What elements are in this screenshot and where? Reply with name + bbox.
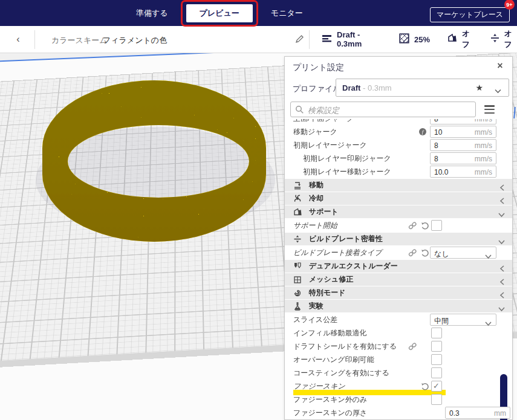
setting-row[interactable]: スライス公差中間 [285,313,512,326]
marketplace-button[interactable]: マーケットプレース [430,7,510,22]
pencil-icon[interactable] [295,34,304,46]
setting-label: 移動ジャーク [293,127,337,137]
close-icon[interactable]: × [494,60,506,73]
profile-summary-text: Draft - 0.3mm [337,30,377,48]
check-icon: ✓ [433,381,440,390]
revert-icon[interactable] [421,382,429,393]
checkbox[interactable]: ✓ [431,381,442,392]
profile-dropdown[interactable]: Draft - 0.3mm ★ [336,79,509,97]
link-icon[interactable] [408,342,417,353]
setting-row[interactable]: 初期レイヤージャーク8mm/s [285,138,512,152]
checkbox[interactable] [431,341,442,352]
search-icon [295,105,304,117]
preview-toolbar: ‹ カラースキーム フィラメントの色 Draft - 0.3mm 25% オフ … [0,26,517,53]
layer-height-icon [322,34,332,45]
adhesion-icon [293,234,302,246]
setting-row[interactable]: ビルドプレート接着タイプなし [285,246,512,259]
setting-row[interactable]: 上面/下面ジャーク8mm/s [285,119,512,125]
tab-monitor[interactable]: モニター [271,8,303,19]
dropdown-field[interactable]: なし [430,247,496,259]
category-row[interactable]: ビルドプレート密着性 [285,233,512,245]
cooling-icon [293,194,302,205]
value-field[interactable]: 8mm/s [430,152,496,164]
setting-label: コースティングを有効にする [293,368,389,378]
category-row[interactable]: 移動 [285,179,512,192]
profile-suffix: - 0.3mm [360,83,391,92]
category-row[interactable]: 実験 [285,300,512,312]
model-fuzzy-ring[interactable] [33,74,281,262]
setting-row[interactable]: オーバーハング印刷可能 [285,353,512,366]
revert-icon[interactable] [421,248,429,259]
settings-list[interactable]: 上面/下面ジャーク8mm/s移動ジャークf10mm/s初期レイヤージャーク8mm… [285,119,512,419]
value-field[interactable]: 8mm/s [430,139,496,151]
category-label: ビルドプレート密着性 [309,234,383,244]
chevron-down-icon [485,318,492,329]
setting-label: サポート開始 [293,221,337,231]
tab-prepare[interactable]: 準備する [136,8,168,19]
value-field[interactable]: 8mm/s [430,119,496,124]
category-row[interactable]: 冷却 [285,192,512,205]
setting-label: 上面/下面ジャーク [293,119,354,124]
setting-row[interactable]: ドラフトシールドを有効にする [285,340,512,353]
support-summary-text: オフ [462,28,475,50]
link-icon[interactable] [408,248,417,259]
chevron-down-icon [485,251,492,262]
category-row[interactable]: サポート [285,205,512,218]
print-settings-summary[interactable]: Draft - 0.3mm 25% オフ オフ [310,26,517,53]
color-scheme-label: カラースキーム [51,35,108,46]
setting-row[interactable]: 移動ジャークf10mm/s [285,125,512,138]
checkbox[interactable] [431,354,442,365]
setting-label: インフィル移動最適化 [293,328,366,338]
checkbox[interactable] [431,367,442,378]
value-field[interactable]: 10mm/s [430,126,496,138]
setting-row[interactable]: 初期レイヤー移動ジャーク10.0mm/s [285,165,512,178]
setting-row[interactable]: ファジースキンの厚さ0.3mm [285,406,512,419]
category-row[interactable]: デュアルエクストルーダー [285,260,512,273]
print-settings-panel: プリント設定 × プロファイル Draft - 0.3mm ★ 検索設定 上面/… [284,56,513,420]
setting-label: ビルドプレート接着タイプ [293,248,382,258]
stage-tabs: 準備する プレビュー モニター [136,0,303,26]
setting-row[interactable]: コースティングを有効にする [285,366,512,380]
mesh-icon [293,275,302,286]
category-row[interactable]: 特別モード [285,286,512,299]
adhesion-summary-text: オフ [504,28,517,50]
dropdown-field[interactable]: 中間 [430,314,496,326]
checkbox[interactable] [431,328,442,338]
function-info-icon[interactable]: f [419,128,426,135]
search-settings-input[interactable]: 検索設定 [290,102,476,117]
setting-row[interactable]: ファジースキン✓ [285,380,512,393]
category-row[interactable]: メッシュ修正 [285,273,512,286]
category-label: 実験 [309,301,324,311]
panel-title: プリント設定 [293,62,344,73]
setting-label: 初期レイヤー印刷ジャーク [303,153,391,164]
setting-row[interactable]: インフィル移動最適化 [285,326,512,340]
setting-row[interactable]: 初期レイヤー印刷ジャーク8mm/s [285,152,512,165]
category-label: デュアルエクストルーダー [309,261,398,271]
collapse-chevron-icon[interactable]: ‹ [12,33,24,45]
star-icon[interactable]: ★ [475,83,483,92]
support-icon [447,33,457,45]
toolbar-divider [34,30,35,49]
checkbox[interactable] [431,220,442,231]
value-field[interactable]: 10.0mm/s [430,166,496,178]
infill-summary-text: 25% [414,35,430,44]
settings-menu-icon[interactable] [484,105,495,114]
experimental-icon [293,302,302,313]
checkbox[interactable] [431,394,442,405]
value-field[interactable]: 0.3mm [445,407,510,419]
setting-label: ファジースキン [293,381,345,392]
revert-icon[interactable] [421,221,429,232]
profile-label: プロファイル [293,83,341,94]
setting-label: 初期レイヤー移動ジャーク [303,167,391,177]
tab-preview[interactable]: プレビュー [186,4,253,22]
category-label: 特別モード [309,288,346,298]
setting-row[interactable]: サポート開始 [285,219,512,232]
setting-label: ファジースキン外のみ [293,395,367,405]
setting-label: 初期レイヤージャーク [293,140,367,150]
category-label: 冷却 [309,193,324,204]
color-scheme-dropdown[interactable]: フィラメントの色 [103,35,167,46]
stage-menu-bar: 準備する プレビュー モニター マーケットプレース 9+ [0,0,517,26]
chevron-down-icon [495,85,501,96]
link-icon[interactable] [408,221,417,232]
travel-icon [293,181,302,192]
